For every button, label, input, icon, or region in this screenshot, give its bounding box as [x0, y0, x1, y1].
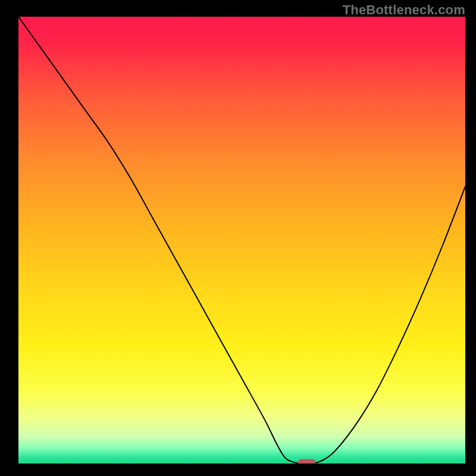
gradient-background — [18, 17, 465, 464]
optimal-marker — [298, 459, 315, 464]
chart-frame: TheBottleneck.com — [0, 0, 476, 476]
bottleneck-chart — [18, 17, 465, 464]
watermark-label: TheBottleneck.com — [343, 2, 465, 18]
